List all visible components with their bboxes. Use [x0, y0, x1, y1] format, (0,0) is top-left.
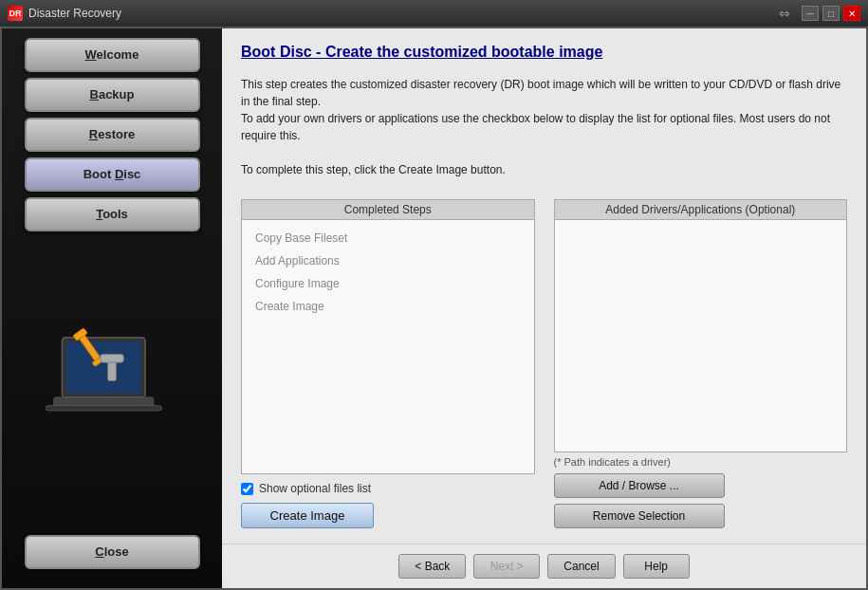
svg-rect-8 — [101, 354, 124, 362]
svg-rect-3 — [46, 406, 162, 411]
completed-steps-label: Completed Steps — [241, 199, 535, 219]
cancel-button[interactable]: Cancel — [547, 554, 615, 579]
sidebar-close-button[interactable]: Close — [25, 535, 200, 569]
desc-line1: This step creates the customized disaste… — [241, 78, 840, 108]
window-controls: ─ □ ✕ — [802, 6, 860, 21]
sidebar-restore-button[interactable]: Restore — [25, 118, 200, 152]
show-optional-row: Show optional files list — [241, 482, 535, 495]
show-optional-label: Show optional files list — [259, 482, 371, 495]
step-create-image: Create Image — [251, 298, 525, 315]
create-image-button[interactable]: Create Image — [241, 503, 374, 528]
minimize-button[interactable]: ─ — [802, 6, 819, 21]
back-button[interactable]: < Back — [398, 554, 466, 579]
sidebar-bootdisc-button[interactable]: Boot Disc — [25, 157, 200, 192]
add-browse-button[interactable]: Add / Browse ... — [554, 473, 725, 498]
titlebar: DR Disaster Recovery ⇔ ─ □ ✕ — [0, 0, 868, 27]
drivers-column: Added Drivers/Applications (Optional) (*… — [554, 199, 848, 528]
two-column-layout: Completed Steps Copy Base Fileset Add Ap… — [241, 199, 847, 528]
desc-line3: To complete this step, click the Create … — [241, 163, 506, 176]
content-area: Boot Disc - Create the customized bootab… — [222, 28, 866, 544]
show-optional-checkbox[interactable] — [241, 483, 253, 495]
sidebar: Welcome Backup Restore Boot Disc Tools — [2, 28, 222, 588]
sidebar-welcome-button[interactable]: Welcome — [25, 38, 200, 72]
page-title: Boot Disc - Create the customized bootab… — [241, 44, 847, 61]
close-window-button[interactable]: ✕ — [843, 6, 860, 21]
next-button[interactable]: Next > — [473, 554, 540, 579]
svg-rect-1 — [66, 341, 141, 393]
main-container: Welcome Backup Restore Boot Disc Tools — [0, 27, 868, 590]
help-button[interactable]: Help — [623, 554, 690, 579]
steps-box: Copy Base Fileset Add Applications Confi… — [241, 219, 535, 474]
content-panel: Boot Disc - Create the customized bootab… — [222, 28, 866, 588]
completed-steps-column: Completed Steps Copy Base Fileset Add Ap… — [241, 199, 535, 528]
drivers-box — [554, 219, 848, 452]
drivers-label: Added Drivers/Applications (Optional) — [554, 199, 848, 219]
sidebar-tools-button[interactable]: Tools — [25, 197, 200, 231]
step-add-applications: Add Applications — [251, 252, 525, 269]
app-icon: DR — [8, 6, 23, 21]
resize-arrows-icon: ⇔ — [779, 6, 790, 21]
remove-selection-button[interactable]: Remove Selection — [554, 504, 725, 528]
sidebar-backup-button[interactable]: Backup — [25, 78, 200, 112]
laptop-svg — [46, 322, 178, 445]
maximize-button[interactable]: □ — [822, 6, 840, 21]
desc-line2: To add your own drivers or applications … — [241, 112, 830, 142]
step-copy-base: Copy Base Fileset — [251, 230, 525, 247]
bottom-nav-bar: < Back Next > Cancel Help — [222, 544, 866, 588]
titlebar-title: Disaster Recovery — [28, 7, 121, 20]
description: This step creates the customized disaste… — [241, 76, 847, 178]
path-note: (* Path indicates a driver) — [554, 456, 848, 468]
titlebar-left: DR Disaster Recovery — [8, 6, 121, 21]
sidebar-illustration — [46, 317, 178, 450]
step-configure-image: Configure Image — [251, 275, 525, 292]
